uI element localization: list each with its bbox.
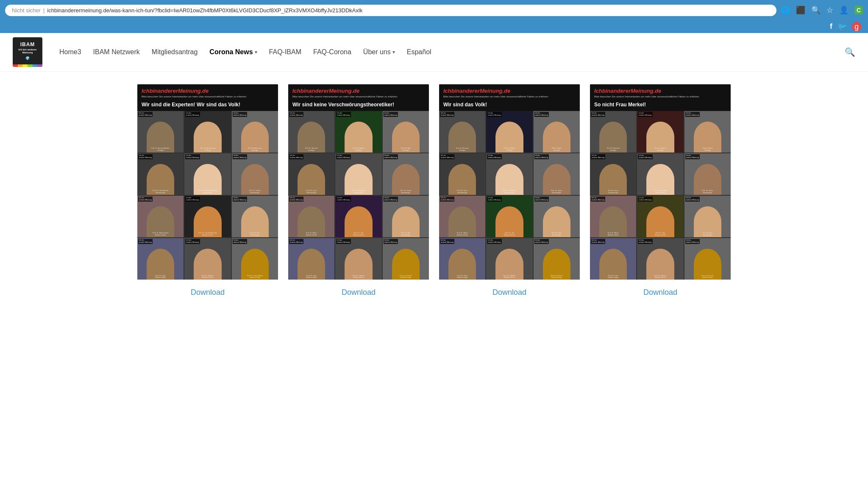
face-cell: Ich binanderer MeinungProf. Dr. SabrineM… — [637, 238, 683, 280]
corona-news-chevron-icon: ▾ — [255, 49, 257, 55]
face-cell: Ich binanderer MeinungProf. Dr. BernardV… — [288, 111, 334, 152]
site-logo[interactable]: IBAM Ich bin anderer Meinung 🌍 — [13, 37, 42, 67]
face-cell: Ich binanderer MeinungProf. Dr. MartaMed… — [439, 196, 485, 237]
bookmark-icon[interactable]: ☆ — [826, 6, 833, 15]
face-cell: Ich binanderer MeinungProf. Dr. ZaraEpid… — [288, 238, 334, 280]
twitter-link[interactable]: 🐦 — [837, 22, 847, 31]
poster-item-3: IchbinandererMeinung.de Bitte besuchen S… — [439, 84, 580, 297]
poster-2-subtext: Bitte besuchen Sie unsere Internetseiten… — [292, 95, 425, 99]
face-cell: Ich binanderer MeinungProf. Dr. MartaMed… — [288, 196, 334, 237]
face-cell: Ich binanderer MeinungProf. Dr. BernardV… — [590, 111, 636, 152]
nav-mitgliedsantrag[interactable]: Mitgliedsantrag — [152, 48, 198, 56]
poster-4-slogan: So nicht Frau Merkel! — [590, 102, 731, 111]
face-cell: Ich binanderer Meinung Prof. Dr. Stephan… — [184, 153, 231, 195]
nav-faq-ibam[interactable]: FAQ-IBAM — [269, 48, 301, 56]
poster-4-subtext: Bitte besuchen Sie unsere Internetseiten… — [594, 95, 726, 99]
face-cell: Ich binanderer MeinungProf. Dr. KiraGynä… — [684, 196, 731, 237]
nav-uber-uns[interactable]: Über uns — [363, 48, 391, 56]
face-cell: Ich binanderer MeinungProf. Dr. JayMediz… — [637, 196, 683, 237]
google-link[interactable]: g — [852, 22, 861, 31]
face-cell: Ich binanderer MeinungProf. Dr. SabrineM… — [335, 238, 381, 280]
nav-espanol[interactable]: Español — [407, 48, 431, 56]
download-link-4[interactable]: Download — [643, 288, 677, 297]
face-cell: Ich binanderer MeinungProf. Dr. Zara DEp… — [684, 238, 731, 280]
poster-2-slogan: Wir sind keine Verschwörungstheoretiker! — [288, 102, 429, 111]
download-link-3[interactable]: Download — [492, 288, 526, 297]
poster-3-subtext: Bitte besuchen Sie unsere Internetseiten… — [443, 95, 576, 99]
face-cell: Ich binanderer Meinung Prof. Dr. Jay Sha… — [184, 196, 231, 237]
poster-2-faces: Ich binanderer MeinungProf. Dr. BernardV… — [288, 111, 429, 280]
extensions-icon[interactable]: C — [854, 6, 863, 14]
face-cell: Ich binanderer MeinungProf. Dr. AndreiVi… — [335, 111, 381, 152]
face-cell: Ich binanderer Meinung Prof. Dr. Aud.mus… — [232, 111, 278, 152]
security-label: Nicht sicher — [12, 7, 41, 14]
face-cell: Ich binanderer MeinungProf. Dr. JayMediz… — [486, 196, 532, 237]
main-content: IchbinandererMeinung.de Bitte besuchen S… — [0, 72, 868, 314]
cast-icon[interactable]: ⬛ — [796, 6, 805, 15]
logo-sub-text: Ich bin anderer Meinung — [14, 48, 41, 54]
search-icon[interactable]: 🔍 — [845, 47, 855, 57]
poster-item-2: IchbinandererMeinung.de Bitte besuchen S… — [288, 84, 429, 297]
social-bar: f 🐦 g — [0, 20, 868, 33]
face-cell: Ich binanderer Meinung Prof. Dr. JonasGy… — [232, 153, 278, 195]
face-cell: Ich binanderer MeinungProf. Dr. AndreiVi… — [637, 111, 683, 152]
face-cell: Ich binanderer MeinungProf. Dr. Zara DEp… — [534, 238, 580, 280]
poster-item-1: IchbinandererMeinung.de Bitte besuchen S… — [137, 84, 278, 297]
poster-4-faces: Ich binanderer MeinungProf. Dr. BernardV… — [590, 111, 731, 280]
poster-item-4: IchbinandererMeinung.de Bitte besuchen S… — [590, 84, 731, 297]
face-cell: Ich binanderer MeinungProf. Dr. ZaraEpid… — [590, 238, 636, 280]
face-cell: Ich binanderer MeinungProf. Dr. SabrineM… — [486, 238, 532, 280]
poster-2-brand: IchbinandererMeinung.de — [292, 88, 425, 94]
face-cell: Ich binanderer MeinungProf. Dr. JensHäma… — [590, 153, 636, 195]
face-cell: Ich binanderer Meinung Prof. Dr. Jens Ba… — [137, 153, 184, 195]
face-cell: Ich binanderer Meinung Prof. Dr. Sabrine… — [184, 238, 231, 280]
nav-corona-news-dropdown[interactable]: Corona News ▾ — [209, 48, 257, 56]
face-cell: Ich binanderer MeinungProf. Dr. ZaraEpid… — [439, 238, 485, 280]
face-cell: Ich binanderer MeinungProf. Dr. JensHäma… — [288, 153, 334, 195]
browser-icons: 🌐 ⬛ 🔍 ☆ 👤 C — [781, 6, 863, 15]
face-cell: Ich binanderer MeinungProf. Dr. JonasGyn… — [383, 153, 429, 195]
face-cell: Ich binanderer Meinung Prof. Dr. ZaraEpi… — [137, 238, 184, 280]
face-cell: Ich binanderer MeinungProf. Dr. MartaMed… — [590, 196, 636, 237]
nav-faq-corona[interactable]: FAQ-Corona — [313, 48, 351, 56]
download-link-2[interactable]: Download — [342, 288, 376, 297]
face-cell: Ich binanderer Meinung Prof. Dr. Marta-l… — [137, 196, 184, 237]
browser-chrome: Nicht sicher | ichbinanderermeinung.de/w… — [0, 0, 868, 20]
zoom-icon[interactable]: 🔍 — [811, 6, 821, 15]
poster-4-brand: IchbinandererMeinung.de — [594, 88, 726, 94]
poster-3-brand: IchbinandererMeinung.de — [443, 88, 576, 94]
download-link-1[interactable]: Download — [191, 288, 225, 297]
poster-card-2: IchbinandererMeinung.de Bitte besuchen S… — [288, 84, 429, 280]
url-text: ichbinanderermeinung.de/was-kann-ich-tun… — [47, 7, 362, 14]
face-cell: Ich binanderer MeinungProf. Dr. StephanH… — [335, 153, 381, 195]
posters-grid: IchbinandererMeinung.de Bitte besuchen S… — [137, 84, 731, 297]
face-cell: Ich binanderer Meinung Prof. Dr. Andrei … — [184, 111, 231, 152]
poster-1-brand: IchbinandererMeinung.de — [142, 88, 274, 94]
face-cell: Ich binanderer MeinungProf. Dr. Zara DEp… — [383, 238, 429, 280]
nav-home3[interactable]: Home3 — [59, 48, 81, 56]
poster-3-slogan: Wir sind das Volk! — [439, 102, 580, 111]
face-cell: Ich binanderer MeinungProf. Dr. JayMediz… — [335, 196, 381, 237]
face-cell: Ich binanderer MeinungProf. Dr. StephanH… — [637, 153, 683, 195]
face-cell: Ich binanderer MeinungProf. Dr. JensHäma… — [439, 153, 485, 195]
poster-card-3: IchbinandererMeinung.de Bitte besuchen S… — [439, 84, 580, 280]
face-cell: Ich binanderer MeinungProf. Dr. AudVirol… — [383, 111, 429, 152]
facebook-link[interactable]: f — [830, 22, 832, 31]
poster-1-faces: Ich binanderer Meinung Prof. Dr. Bernard… — [137, 111, 278, 280]
face-cell: Ich binanderer MeinungProf. Dr. AndreiVi… — [486, 111, 532, 152]
nav-uber-uns-dropdown[interactable]: Über uns ▾ — [363, 48, 395, 56]
translate-icon[interactable]: 🌐 — [781, 6, 790, 15]
face-cell: Ich binanderer MeinungProf. Dr. JonasGyn… — [534, 153, 580, 195]
nav-corona-news[interactable]: Corona News — [209, 48, 253, 56]
poster-1-subtext: Bitte besuchen Sie unsere Internetseiten… — [142, 95, 274, 99]
nav-ibam-netzwerk[interactable]: IBAM Netzwerk — [93, 48, 140, 56]
face-cell: Ich binanderer MeinungProf. Dr. StephanH… — [486, 153, 532, 195]
face-cell: Ich binanderer MeinungProf. Dr. KiraGynä… — [534, 196, 580, 237]
face-cell: Ich binanderer MeinungProf. Dr. AudVirol… — [684, 111, 731, 152]
profile-icon[interactable]: 👤 — [839, 6, 849, 15]
face-cell: Ich binanderer MeinungProf. Dr. BernardV… — [439, 111, 485, 152]
url-bar[interactable]: Nicht sicher | ichbinanderermeinung.de/w… — [5, 5, 776, 16]
site-header: IBAM Ich bin anderer Meinung 🌍 Home3 IBA… — [0, 33, 868, 72]
uber-uns-chevron-icon: ▾ — [392, 49, 395, 55]
face-cell: Ich binanderer Meinung Prof. Dr. KiraGyn… — [232, 196, 278, 237]
